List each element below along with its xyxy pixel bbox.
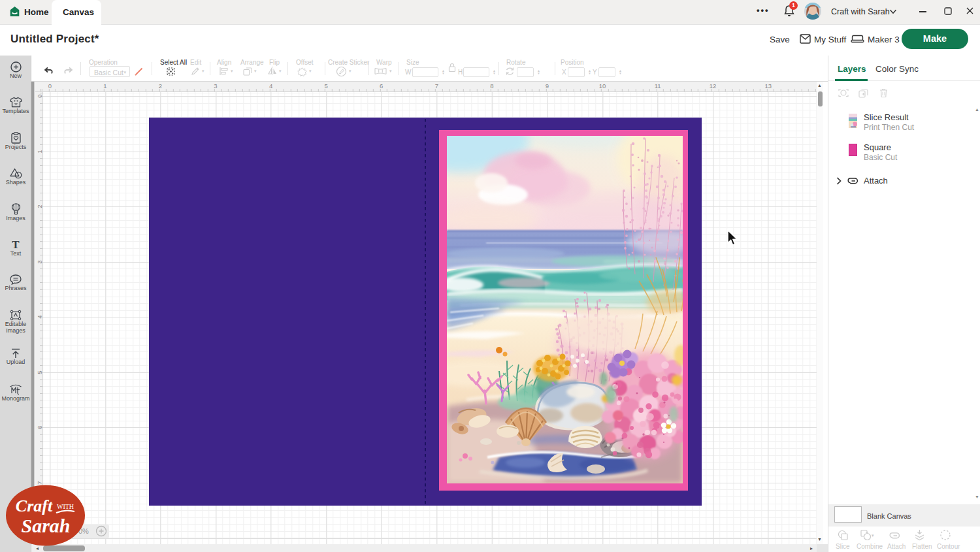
svg-text:Craft: Craft — [16, 496, 53, 515]
svg-text:Sarah: Sarah — [21, 515, 70, 536]
svg-text:WITH: WITH — [57, 503, 74, 510]
